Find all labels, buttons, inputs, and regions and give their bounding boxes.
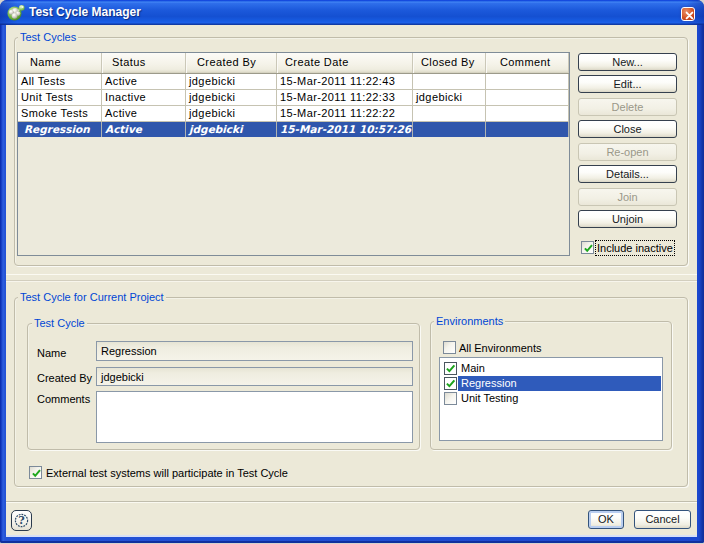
external-systems-label[interactable]: External test systems will participate i… bbox=[46, 467, 288, 479]
list-checkbox[interactable] bbox=[444, 362, 457, 375]
table-row[interactable]: Unit TestsInactivejdgebicki15-Mar-2011 1… bbox=[18, 90, 569, 106]
table-cell: jdgebicki bbox=[186, 90, 277, 106]
delete-button: Delete bbox=[578, 98, 677, 116]
column-header-created-by[interactable]: Created By bbox=[186, 53, 277, 73]
environments-group-label: Environments bbox=[434, 315, 505, 327]
list-checkbox[interactable] bbox=[444, 392, 457, 405]
table-cell bbox=[486, 74, 569, 90]
new-button[interactable]: New... bbox=[578, 53, 677, 71]
dialog-content: Test Cycles NameStatusCreated ByCreate D… bbox=[6, 25, 697, 535]
check-icon bbox=[445, 378, 456, 389]
column-header-create-date[interactable]: Create Date bbox=[277, 53, 413, 73]
dialog-window: Test Cycle Manager Test Cycles NameStatu… bbox=[0, 0, 704, 543]
table-cell: All Tests bbox=[18, 74, 102, 90]
table-cell bbox=[413, 106, 486, 122]
table-cell bbox=[413, 74, 486, 90]
table-cell: Regression bbox=[18, 122, 102, 137]
comments-textarea[interactable] bbox=[96, 391, 413, 443]
check-icon bbox=[30, 467, 43, 480]
unjoin-button[interactable]: Unjoin bbox=[578, 210, 677, 228]
table-cell: Active bbox=[102, 74, 186, 90]
table-cell bbox=[486, 90, 569, 106]
table-cell: jdgebicki bbox=[413, 90, 486, 106]
close-button[interactable] bbox=[681, 7, 695, 21]
environment-label: Regression bbox=[458, 376, 661, 391]
re-open-button: Re-open bbox=[578, 143, 677, 161]
close-icon bbox=[684, 10, 695, 21]
test-cycles-group-label: Test Cycles bbox=[18, 31, 78, 43]
footer-separator-highlight bbox=[6, 502, 697, 503]
list-checkbox[interactable] bbox=[444, 377, 457, 390]
check-icon bbox=[445, 363, 456, 374]
table-cell: Smoke Tests bbox=[18, 106, 102, 122]
table-cell: 15-Mar-2011 11:22:43 bbox=[277, 74, 413, 90]
table-cell bbox=[413, 122, 486, 137]
table-cell: Inactive bbox=[102, 90, 186, 106]
table-cell: 15-Mar-2011 10:57:26 bbox=[277, 122, 413, 137]
test-cycles-table: NameStatusCreated ByCreate DateClosed By… bbox=[17, 52, 570, 256]
table-cell: jdgebicki bbox=[186, 74, 277, 90]
check-icon bbox=[582, 242, 595, 255]
table-cell bbox=[486, 122, 569, 137]
current-project-group-label: Test Cycle for Current Project bbox=[18, 291, 166, 303]
table-cell bbox=[486, 106, 569, 122]
table-body: All TestsActivejdgebicki15-Mar-2011 11:2… bbox=[18, 74, 569, 137]
cancel-button[interactable]: Cancel bbox=[634, 510, 691, 529]
environment-item-unit-testing[interactable]: Unit Testing bbox=[440, 391, 662, 406]
svg-text:?: ? bbox=[18, 514, 24, 527]
comments-label: Comments bbox=[37, 393, 90, 405]
column-header-closed-by[interactable]: Closed By bbox=[413, 53, 486, 73]
name-field[interactable]: Regression bbox=[96, 341, 413, 361]
all-environments-checkbox[interactable] bbox=[443, 341, 456, 354]
table-cell: 15-Mar-2011 11:22:22 bbox=[277, 106, 413, 122]
help-icon: ? bbox=[13, 512, 30, 529]
table-cell: Unit Tests bbox=[18, 90, 102, 106]
join-button: Join bbox=[578, 188, 677, 206]
created-by-field[interactable]: jdgebicki bbox=[96, 367, 413, 386]
titlebar[interactable]: Test Cycle Manager bbox=[0, 0, 704, 25]
table-cell: 15-Mar-2011 11:22:33 bbox=[277, 90, 413, 106]
ok-button[interactable]: OK bbox=[588, 510, 624, 529]
include-inactive-label[interactable]: Include inactive bbox=[596, 241, 674, 255]
table-row-selected[interactable]: RegressionActivejdgebicki15-Mar-2011 10:… bbox=[18, 122, 569, 137]
environment-label: Main bbox=[458, 361, 661, 376]
environment-label: Unit Testing bbox=[458, 391, 661, 406]
environments-list: MainRegressionUnit Testing bbox=[439, 357, 663, 441]
table-cell: jdgebicki bbox=[186, 106, 277, 122]
pane-divider-highlight bbox=[6, 281, 697, 282]
environment-item-main[interactable]: Main bbox=[440, 361, 662, 376]
table-cell: Active bbox=[102, 122, 186, 137]
name-label: Name bbox=[37, 347, 66, 359]
table-row[interactable]: Smoke TestsActivejdgebicki15-Mar-2011 11… bbox=[18, 106, 569, 122]
column-header-comment[interactable]: Comment bbox=[486, 53, 569, 73]
details-button[interactable]: Details... bbox=[578, 165, 677, 183]
close-button[interactable]: Close bbox=[578, 120, 677, 138]
column-header-name[interactable]: Name bbox=[18, 53, 102, 73]
created-by-label: Created By bbox=[37, 372, 92, 384]
table-cell: Active bbox=[102, 106, 186, 122]
include-inactive-checkbox[interactable] bbox=[581, 241, 594, 254]
table-header: NameStatusCreated ByCreate DateClosed By… bbox=[18, 53, 569, 74]
window-title: Test Cycle Manager bbox=[29, 5, 141, 19]
table-cell: jdgebicki bbox=[186, 122, 277, 137]
test-cycle-group-label: Test Cycle bbox=[32, 317, 87, 329]
pane-divider[interactable] bbox=[6, 274, 697, 275]
column-header-status[interactable]: Status bbox=[102, 53, 186, 73]
external-systems-checkbox[interactable] bbox=[29, 466, 42, 479]
environment-item-regression[interactable]: Regression bbox=[440, 376, 662, 391]
app-icon bbox=[6, 4, 26, 22]
all-environments-label[interactable]: All Environments bbox=[459, 342, 542, 354]
table-row[interactable]: All TestsActivejdgebicki15-Mar-2011 11:2… bbox=[18, 74, 569, 90]
edit-button[interactable]: Edit... bbox=[578, 75, 677, 93]
help-button[interactable]: ? bbox=[11, 510, 32, 531]
